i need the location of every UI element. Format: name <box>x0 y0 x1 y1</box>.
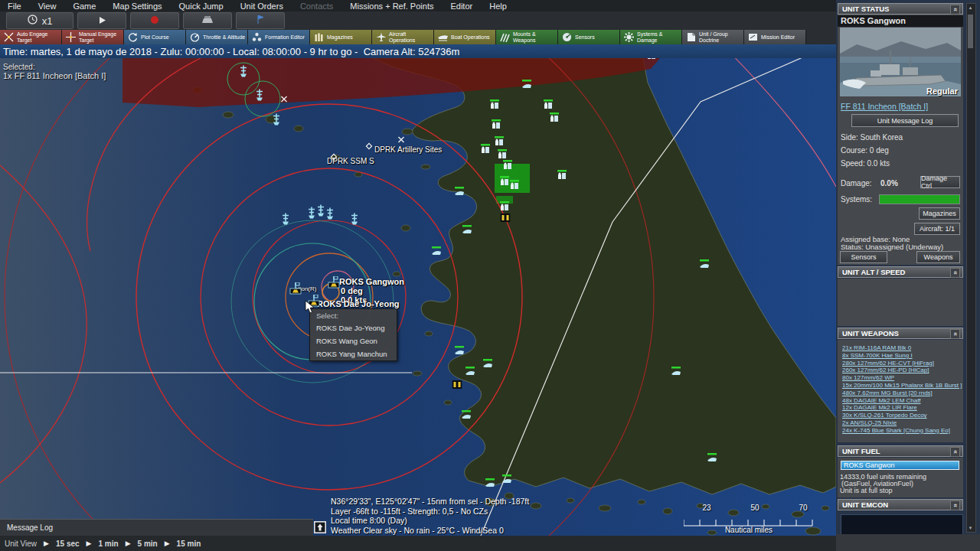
main-toolbar: Auto Engage TargetManual Engage TargetPl… <box>0 30 836 44</box>
scroll-down-icon[interactable]: ▼ <box>967 526 974 530</box>
toolbar-button-label: Plot Course <box>141 34 169 41</box>
weapon-link-80x-127mm-62-wp[interactable]: 80x 127mm/62 WP <box>842 374 962 382</box>
time-compression-button[interactable]: x1 <box>6 12 74 29</box>
toolbar-sensors[interactable]: Sensors <box>558 30 620 44</box>
menu-unit-orders[interactable]: Unit Orders <box>240 2 283 11</box>
context-menu-item-roks-wang-geon[interactable]: ROKS Wang Geon <box>310 334 397 347</box>
menu-map-settings[interactable]: Map Settings <box>113 2 162 11</box>
weapon-link-2x-an-slq-25-nixie[interactable]: 2x AN/SLQ-25 Nixie <box>842 419 962 427</box>
right-sidebar: UNIT STATUS « ROKS Gangwon <box>836 0 980 551</box>
unit-view-label[interactable]: Unit View <box>5 540 37 548</box>
toolbar-mounts-weapons[interactable]: Mounts & Weapons <box>496 30 558 44</box>
collapse-chevron-icon[interactable]: « <box>950 500 960 510</box>
time-bar: Time: martes, 1 de mayo de 2018 - Zulu: … <box>0 44 836 58</box>
play-icon <box>98 15 106 27</box>
status-line: Local time 8:00 (Day) <box>331 516 529 526</box>
toolbar-button-label: Auto Engage Target <box>17 31 60 43</box>
record-button[interactable] <box>130 12 179 29</box>
toolbar-manual-engage-target[interactable]: Manual Engage Target <box>62 30 124 44</box>
weapon-link-21x-rim-116a-ram-blk-0[interactable]: 21x RIM-116A RAM Blk 0 <box>842 344 962 352</box>
scrollbar-thumb[interactable] <box>968 15 973 48</box>
play-interval-icon[interactable]: ▶ <box>126 540 131 547</box>
menu-quick-jump[interactable]: Quick Jump <box>179 2 224 11</box>
bookmark-button[interactable] <box>236 12 285 29</box>
unit-emcon-header[interactable]: UNIT EMCON « <box>838 499 963 510</box>
weapon-link-260x-127mm-62-he-pd-hicap[interactable]: 260x 127mm/62 HE-PD [HiCap] <box>842 367 962 374</box>
unit-message-log-button[interactable]: Unit Message Log <box>851 114 959 127</box>
play-interval-icon[interactable]: ▶ <box>165 540 170 547</box>
damage-ctrl-button[interactable]: Damage Ctrl <box>920 176 960 188</box>
menu-help[interactable]: Help <box>489 2 507 11</box>
toolbar-auto-engage-target[interactable]: Auto Engage Target <box>0 30 62 44</box>
time-step-5-min[interactable]: 5 min <box>138 540 158 548</box>
menu-game[interactable]: Game <box>73 2 96 11</box>
menu-view[interactable]: View <box>38 2 57 11</box>
toolbar-unit-group-doctrine[interactable]: Unit / Group Doctrine <box>682 30 744 44</box>
unit-fuel-title: UNIT FUEL <box>842 447 880 455</box>
magazines-button[interactable]: Magazines <box>919 207 960 220</box>
unit-status-header[interactable]: UNIT STATUS « <box>838 3 963 15</box>
menu-contacts[interactable]: Contacts <box>300 2 333 11</box>
weapon-link-24x-k-745-blue-shark-chung-san[interactable]: 24x K-745 Blue Shark [Chung Sang Eo] <box>842 427 962 435</box>
unit-alt-speed-header[interactable]: UNIT ALT / SPEED « <box>838 266 963 278</box>
scale-tick-label: 23 <box>702 504 710 512</box>
menu-missions-ref-points[interactable]: Missions + Ref. Points <box>350 2 433 11</box>
toolbar-systems-damage[interactable]: Systems & Damage <box>620 30 682 44</box>
map-status-readout: N36°29'33", E125°02'47" - 15nm from sel … <box>331 497 529 535</box>
time-step-15-min[interactable]: 15 min <box>177 540 201 548</box>
fuel-selected-unit[interactable]: ROKS Gangwon <box>841 461 959 470</box>
weapon-link-48x-dagaie-mk2-lem-chaff[interactable]: 48x DAGAIE Mk2 LEM Chaff <box>842 397 962 405</box>
weapons-button[interactable]: Weapons <box>916 251 960 263</box>
time-step-15-sec[interactable]: 15 sec <box>56 540 80 548</box>
message-log-bar[interactable]: Message Log <box>0 519 313 536</box>
menu-file[interactable]: File <box>8 2 21 11</box>
map-view[interactable] <box>0 58 836 536</box>
toolbar-throttle-altitude[interactable]: Throttle & Altitude <box>186 30 248 44</box>
unit-class-link[interactable]: FF 811 Incheon [Batch I] <box>841 102 928 111</box>
clock-icon <box>28 15 38 27</box>
weapon-link-8x-ssm-700k-hae-sung-i[interactable]: 8x SSM-700K Hae Sung I <box>842 352 962 360</box>
auto-engage-icon <box>3 31 15 43</box>
status-line: Status: Unassigned (Underway) <box>841 243 943 251</box>
play-button[interactable] <box>77 12 126 29</box>
unit-weapons-panel: 21x RIM-116A RAM Blk 08x SSM-700K Hae Su… <box>838 340 963 442</box>
systems-health-bar <box>879 194 960 204</box>
mission-editor-icon <box>747 31 759 43</box>
toolbar-formation-editor[interactable]: Formation Editor <box>248 30 310 44</box>
plot-course-icon <box>127 31 139 43</box>
weapon-link-280x-127mm-62-he-cvt-hifrag[interactable]: 280x 127mm/62 HE-CVT [HiFrag] <box>842 360 962 367</box>
collapse-chevron-icon[interactable]: « <box>950 447 960 457</box>
context-menu-item-roks-dae-jo-yeong[interactable]: ROKS Dae Jo-Yeong <box>310 321 397 334</box>
collapse-chevron-icon[interactable]: « <box>950 268 960 278</box>
time-step-1-min[interactable]: 1 min <box>99 540 119 548</box>
unit-alt-speed-title: UNIT ALT / SPEED <box>842 268 905 276</box>
speed-line: Speed: 0.0 kts <box>841 159 890 168</box>
sidebar-scrollbar[interactable]: ▲ ▼ <box>966 3 976 533</box>
sensors-button[interactable]: Sensors <box>840 251 887 263</box>
camera-view-button[interactable] <box>183 12 232 29</box>
manual-engage-icon <box>65 31 77 43</box>
weapon-link-30x-k-slq-261-torpedo-decoy[interactable]: 30x K/SLQ-261 Torpedo Decoy <box>842 412 962 419</box>
play-interval-icon[interactable]: ▶ <box>44 540 49 547</box>
unit-weapons-header[interactable]: UNIT WEAPONS « <box>838 328 963 339</box>
toolbar-aircraft-operations[interactable]: Aircraft Operations <box>372 30 434 44</box>
weapon-link-480x-7-62mm-mg-burst-20-rnds[interactable]: 480x 7.62mm MG Burst [20 rnds] <box>842 390 962 397</box>
toolbar-boat-operations[interactable]: Boat Operations <box>434 30 496 44</box>
collapse-chevron-icon[interactable]: « <box>950 329 960 339</box>
toolbar-plot-course[interactable]: Plot Course <box>124 30 186 44</box>
toolbar-magazines[interactable]: Magazines <box>310 30 372 44</box>
unit-name: ROKS Gangwon <box>838 15 963 27</box>
context-menu-item-roks-yang-manchun[interactable]: ROKS Yang Manchun <box>310 347 397 360</box>
weapon-link-12x-dagaie-mk2-lir-flare[interactable]: 12x DAGAIE Mk2 LIR Flare <box>842 404 962 412</box>
collapse-chevron-icon[interactable]: « <box>950 5 960 15</box>
aircraft-button[interactable]: Aircraft: 1/1 <box>914 223 960 235</box>
unit-fuel-header[interactable]: UNIT FUEL « <box>838 445 963 457</box>
toolbar-button-label: Systems & Damage <box>637 31 680 43</box>
toolbar-button-label: Throttle & Altitude <box>203 34 245 41</box>
scroll-up-icon[interactable]: ▲ <box>967 5 974 10</box>
toolbar-mission-editor[interactable]: Mission Editor <box>744 30 806 44</box>
menu-editor[interactable]: Editor <box>450 2 472 11</box>
weapon-link-15x-20mm-100-mk15-phalanx-blk-[interactable]: 15x 20mm/100 Mk15 Phalanx Blk 1B Burst ] <box>842 382 962 390</box>
play-interval-icon[interactable]: ▶ <box>87 540 92 547</box>
menu-bar: FileViewGameMap SettingsQuick JumpUnit O… <box>0 0 836 11</box>
